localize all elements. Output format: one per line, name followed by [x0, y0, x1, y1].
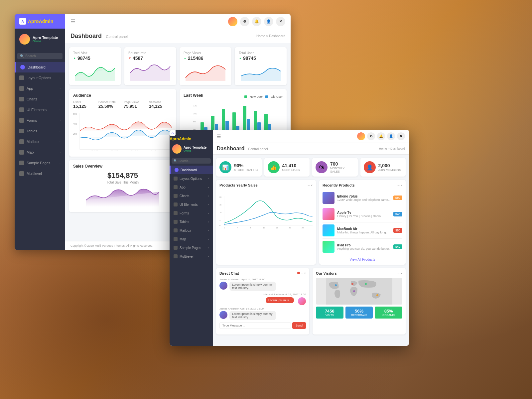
stat-num-2: 215486 [188, 56, 203, 61]
topbar-avatar-front[interactable] [357, 132, 365, 140]
view-all-products[interactable]: View All Products [323, 258, 402, 261]
avatar-back [19, 34, 30, 45]
search-input-front[interactable] [179, 159, 209, 163]
nav-forms-back[interactable]: Forms › [15, 115, 65, 126]
topbar-user-back[interactable]: 👤 [264, 17, 273, 26]
visitors-title: Our Visitors [316, 271, 337, 275]
nav-label-7-back: Mailbox [27, 140, 39, 144]
nav-label-0-back: Dashboard [28, 65, 46, 69]
nav-multilevel-front[interactable]: Multilevel › [170, 252, 213, 261]
svg-text:16: 16 [276, 227, 278, 229]
kpi-monthly-sales: 🛍 760 MONTHLY SALES [312, 158, 358, 177]
nav-dashboard-back[interactable]: Dashboard [15, 62, 65, 72]
svg-text:10: 10 [219, 211, 221, 213]
nav-mailbox-back[interactable]: Mailbox › [15, 136, 65, 147]
topbar-close-back[interactable]: ✕ [276, 17, 285, 26]
aud-val-3: 14,125 [149, 104, 172, 109]
sample-icon-back [19, 161, 24, 165]
page-title-front: Dashboard [217, 146, 245, 151]
svg-text:20: 20 [289, 227, 291, 229]
nav-label-5-front: Forms [180, 211, 189, 215]
search-input-back[interactable] [25, 54, 60, 58]
bottom-row: Direct Chat – × James Anderson April 14,… [216, 268, 406, 334]
products-yearly-chart: 20 15 10 5 0 0 4 8 [219, 190, 313, 233]
main-content-front: ☰ ⚙ 🔔 👤 ✕ Dashboard Control panel Home >… [213, 130, 409, 346]
search-box-back[interactable]: 🔍 [17, 53, 63, 59]
kpi-pct-1: 41,410 [282, 163, 300, 168]
stat-card-pageviews: Page Views ▲ 215486 [180, 47, 231, 85]
user-status-back: Online [33, 40, 58, 43]
search-front[interactable]: 🔍 [172, 158, 211, 164]
nav-sample-front[interactable]: Sample Pages › [170, 243, 213, 252]
svg-point-44 [351, 283, 353, 285]
nav-layout-front[interactable]: Layout Options › [170, 174, 213, 183]
nav-multilevel-back[interactable]: Multilevel › [15, 168, 65, 179]
nav-layout-back[interactable]: Layout Options › [15, 72, 65, 83]
aud-val-1: 25.50% [98, 104, 122, 109]
brand-suffix-back: Admin [39, 19, 54, 24]
svg-text:0: 0 [219, 224, 220, 226]
nav-map-back[interactable]: Map › [15, 147, 65, 158]
svg-point-46 [376, 294, 378, 296]
nav-mailbox-front[interactable]: Mailbox › [170, 226, 213, 235]
kpi-user-likes: 👍 41,410 USER LIKES [264, 158, 310, 177]
nav-forms-front[interactable]: Forms › [170, 209, 213, 217]
nav-ui-back[interactable]: UI Elements › [15, 104, 65, 115]
app-icon-back [19, 86, 24, 91]
aud-label-3: Sessions [149, 100, 172, 104]
search-icon-back: 🔍 [20, 54, 24, 58]
nav-dashboard-front[interactable]: Dashboard [170, 166, 213, 174]
chat-bubble-2: Lorem Ipsum is simply dummy text industr… [229, 311, 276, 320]
nav-label-6-back: Tables [27, 129, 37, 133]
sales-amount: $154,875 [73, 171, 172, 180]
nav-label-10-front: Multilevel [180, 255, 194, 258]
stat-card-bouncerate: Bounce rate ▼ 4587 [124, 47, 176, 85]
nav-tables-front[interactable]: Tables › [170, 217, 213, 226]
kpi-label-0: STORE TRAFFIC [234, 168, 258, 172]
audience-stats: Users 15,125 Bounce Rate 25.50% Page Vie… [73, 100, 172, 109]
nav-ui-front[interactable]: UI Elements › [170, 200, 213, 209]
page-subtitle-front: Control panel [248, 147, 268, 151]
topbar-bell-front[interactable]: 🔔 [377, 132, 385, 140]
nav-map-front[interactable]: Map › [170, 235, 213, 243]
product-thumb-3 [323, 241, 334, 253]
username-front: Apro Template [184, 146, 206, 149]
chat-send-button[interactable]: Send [292, 322, 306, 329]
visits-stat: 7458 VISITS [316, 307, 343, 319]
map-icon-back [19, 150, 24, 155]
product-name-1: Apple Tv [337, 211, 391, 214]
topbar-front: ☰ ⚙ 🔔 👤 ✕ [213, 130, 409, 143]
svg-text:Oct 21: Oct 21 [91, 150, 98, 151]
multilevel-icon-back [19, 171, 24, 176]
topbar-user-front[interactable]: 👤 [387, 132, 395, 140]
chat-input[interactable] [219, 322, 291, 329]
svg-text:8: 8 [250, 227, 251, 229]
nav-charts-front[interactable]: Charts › [170, 192, 213, 200]
nav-tables-back[interactable]: Tables › [15, 126, 65, 136]
kpi-label-2: MONTHLY SALES [330, 167, 354, 173]
menu-toggle-back[interactable]: ☰ [70, 18, 75, 25]
nav-app-back[interactable]: App › [15, 83, 65, 94]
page-title-back: Dashboard [70, 33, 102, 39]
kpi-pct-3: 2,000 [378, 163, 401, 168]
topbar-close-front[interactable]: ✕ [397, 132, 405, 140]
nav-sample-back[interactable]: Sample Pages › [15, 158, 65, 168]
sidebar-front: A AproAdmin Apro Template Online 🔍 Dashb… [170, 130, 213, 346]
products-row: Products Yearly Sales – × 20 15 10 5 0 [216, 180, 406, 265]
topbar-bell-back[interactable]: 🔔 [252, 17, 261, 26]
nav-label-5-back: Forms [27, 118, 37, 122]
stat-num-0: 98745 [77, 56, 90, 61]
nav-app-front[interactable]: App › [170, 183, 213, 192]
kpi-store-traffic: 📊 90% STORE TRAFFIC [216, 158, 262, 177]
topbar-settings-back[interactable]: ⚙ [240, 17, 249, 26]
avatar-front [172, 144, 182, 154]
kpi-label-1: USER LIKES [282, 168, 300, 172]
svg-point-45 [365, 283, 367, 285]
nav-label-4-back: UI Elements [27, 108, 47, 112]
topbar-avatar-back[interactable] [228, 17, 237, 26]
nav-icon-app-front [174, 185, 178, 189]
product-item-3: iPad Pro Anything you can do, you can do… [323, 239, 402, 255]
topbar-settings-front[interactable]: ⚙ [367, 132, 375, 140]
menu-toggle-front[interactable]: ☰ [217, 134, 221, 139]
nav-charts-back[interactable]: Charts › [15, 94, 65, 104]
